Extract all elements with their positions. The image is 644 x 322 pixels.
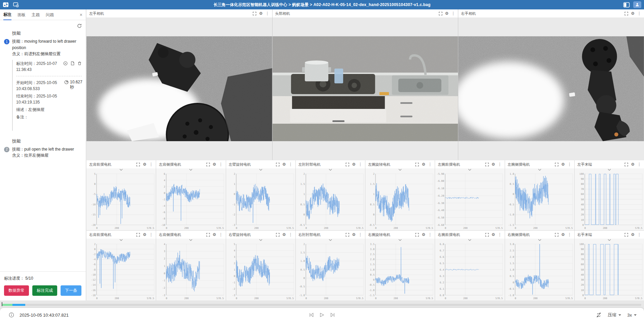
- kebab-menu-icon[interactable]: ⋮: [568, 233, 572, 237]
- seek-start-icon[interactable]: [309, 313, 314, 317]
- fullscreen-icon[interactable]: [555, 233, 559, 237]
- kebab-menu-icon[interactable]: ⋮: [289, 162, 293, 166]
- timeline-playhead[interactable]: [2, 302, 2, 306]
- gear-icon[interactable]: ⚙: [143, 162, 146, 166]
- fullscreen-icon[interactable]: [253, 12, 256, 15]
- gear-icon[interactable]: ⚙: [282, 233, 286, 237]
- gear-icon[interactable]: ⚙: [352, 233, 356, 237]
- kebab-menu-icon[interactable]: ⋮: [637, 11, 641, 15]
- fullscreen-icon[interactable]: [624, 12, 628, 15]
- kebab-menu-icon[interactable]: ⋮: [451, 11, 455, 15]
- chart-plot-area[interactable]: 1.00.50-0.5-1.0-1.50200570.5: [505, 172, 574, 230]
- annotate-complete-button[interactable]: 标注完成: [32, 285, 57, 296]
- fullscreen-icon[interactable]: [415, 163, 419, 166]
- kebab-menu-icon[interactable]: ⋮: [637, 162, 641, 166]
- gear-icon[interactable]: ⚙: [213, 162, 216, 166]
- panel-layout-icon[interactable]: [623, 2, 630, 8]
- fullscreen-icon[interactable]: [485, 233, 489, 237]
- fullscreen-icon[interactable]: [485, 163, 489, 166]
- kebab-menu-icon[interactable]: ⋮: [498, 162, 502, 166]
- kebab-menu-icon[interactable]: ⋮: [358, 233, 362, 237]
- chevron-down-icon[interactable]: [365, 168, 435, 172]
- chart-plot-area[interactable]: 210-1-2-30200570.5: [226, 172, 295, 230]
- gear-icon[interactable]: ⚙: [422, 162, 425, 166]
- chevron-down-icon[interactable]: [435, 239, 504, 242]
- data-abnormal-button[interactable]: 数据异常: [4, 285, 29, 296]
- kebab-menu-icon[interactable]: ⋮: [219, 162, 223, 166]
- compress-dropdown[interactable]: 压缩: [608, 312, 621, 318]
- gear-icon[interactable]: ⚙: [445, 11, 449, 15]
- chart-plot-area[interactable]: 21.510.50-0.50200570.5: [296, 172, 365, 230]
- gear-icon[interactable]: ⚙: [143, 233, 146, 237]
- chart-plot-area[interactable]: 543210-1-2-30200570.5: [226, 242, 295, 300]
- chart-plot-area[interactable]: 50-5-10-15-200200570.5: [86, 172, 156, 230]
- seek-end-icon[interactable]: [330, 313, 335, 317]
- gear-icon[interactable]: ⚙: [259, 11, 263, 15]
- chart-plot-area[interactable]: 20-2-4-6-8-10-12-14-16-180200570.5: [86, 242, 156, 300]
- kebab-menu-icon[interactable]: ⋮: [428, 162, 432, 166]
- chart-plot-area[interactable]: 43210-1-2-30200570.5: [156, 242, 225, 300]
- gear-icon[interactable]: ⚙: [213, 233, 216, 237]
- chevron-down-icon[interactable]: [296, 168, 365, 172]
- refresh-icon[interactable]: [77, 24, 82, 30]
- fullscreen-icon[interactable]: [624, 163, 628, 166]
- gear-icon[interactable]: ⚙: [352, 162, 356, 166]
- user-avatar[interactable]: [633, 1, 641, 8]
- play-icon[interactable]: [320, 313, 325, 317]
- chevron-down-icon[interactable]: [575, 239, 644, 242]
- close-icon[interactable]: ×: [80, 12, 82, 17]
- tab-annotate[interactable]: 标注: [3, 9, 11, 20]
- gear-icon[interactable]: ⚙: [631, 233, 635, 237]
- fullscreen-icon[interactable]: [415, 233, 419, 237]
- chevron-down-icon[interactable]: [226, 239, 295, 242]
- chevron-down-icon[interactable]: [156, 239, 225, 242]
- fullscreen-icon[interactable]: [555, 163, 559, 166]
- chart-plot-area[interactable]: 6.86.76.66.56.46.36.26.16.00200570.5: [435, 242, 504, 300]
- gear-icon[interactable]: ⚙: [561, 162, 565, 166]
- chevron-down-icon[interactable]: [435, 168, 504, 172]
- app-logo-icon[interactable]: [3, 2, 9, 7]
- chevron-down-icon[interactable]: [86, 168, 156, 172]
- kebab-menu-icon[interactable]: ⋮: [265, 11, 270, 15]
- gear-icon[interactable]: ⚙: [631, 11, 635, 15]
- next-item-button[interactable]: 下一条: [61, 285, 81, 296]
- preview-play-icon[interactable]: [63, 61, 68, 67]
- fullscreen-icon[interactable]: [206, 163, 210, 166]
- breadcrumb[interactable]: 长三角一体化示范区智能机器人训练中心 > 蚂蚁场景 > A02-A02-H-K-…: [0, 2, 644, 8]
- timeline-track[interactable]: [2, 304, 641, 306]
- tab-issue[interactable]: 问题: [46, 9, 54, 20]
- chevron-down-icon[interactable]: [575, 168, 644, 172]
- kebab-menu-icon[interactable]: ⋮: [149, 233, 153, 237]
- fullscreen-icon[interactable]: [206, 233, 210, 237]
- chevron-down-icon[interactable]: [226, 168, 295, 172]
- delete-icon[interactable]: [77, 61, 82, 67]
- chart-plot-area[interactable]: 21.51.00.50-0.5-1.00200570.5: [296, 242, 365, 300]
- gear-icon[interactable]: ⚙: [561, 233, 565, 237]
- chart-plot-area[interactable]: 6420-2-4-6-8-100200570.5: [156, 172, 225, 230]
- chevron-down-icon[interactable]: [505, 239, 574, 242]
- gear-icon[interactable]: ⚙: [631, 162, 635, 166]
- kebab-menu-icon[interactable]: ⋮: [219, 233, 223, 237]
- kebab-menu-icon[interactable]: ⋮: [289, 233, 293, 237]
- kebab-menu-icon[interactable]: ⋮: [498, 233, 502, 237]
- fullscreen-icon[interactable]: [439, 12, 442, 15]
- chart-plot-area[interactable]: 10090807060504030201000200570.5: [575, 172, 644, 230]
- chevron-down-icon[interactable]: [86, 239, 156, 242]
- kebab-menu-icon[interactable]: ⋮: [637, 233, 641, 237]
- tab-panel[interactable]: 面板: [17, 9, 26, 20]
- chart-plot-area[interactable]: 10090807060504030201000200570.5: [575, 242, 644, 300]
- chevron-down-icon[interactable]: [365, 239, 435, 242]
- chevron-down-icon[interactable]: [296, 239, 365, 242]
- chart-plot-area[interactable]: 3.02.52.01.51.00.50-0.5-1.00200570.5: [505, 242, 574, 300]
- gear-icon[interactable]: ⚙: [282, 162, 286, 166]
- tab-theme[interactable]: 主题: [32, 9, 40, 20]
- fullscreen-icon[interactable]: [346, 233, 349, 237]
- edit-note-icon[interactable]: [70, 61, 75, 67]
- kebab-menu-icon[interactable]: ⋮: [568, 162, 572, 166]
- chart-plot-area[interactable]: 3.53.02.52.01.51.00.50-0.5-1.0-1.5020057…: [365, 242, 435, 300]
- fullscreen-icon[interactable]: [624, 233, 628, 237]
- chart-plot-area[interactable]: 21.510.50-0.50200570.5: [365, 172, 435, 230]
- chart-plot-area[interactable]: -5.90-6.00-6.10-6.20-6.30-6.40-6.50-6.60…: [435, 172, 504, 230]
- fullscreen-icon[interactable]: [276, 233, 280, 237]
- fullscreen-icon[interactable]: [346, 163, 349, 166]
